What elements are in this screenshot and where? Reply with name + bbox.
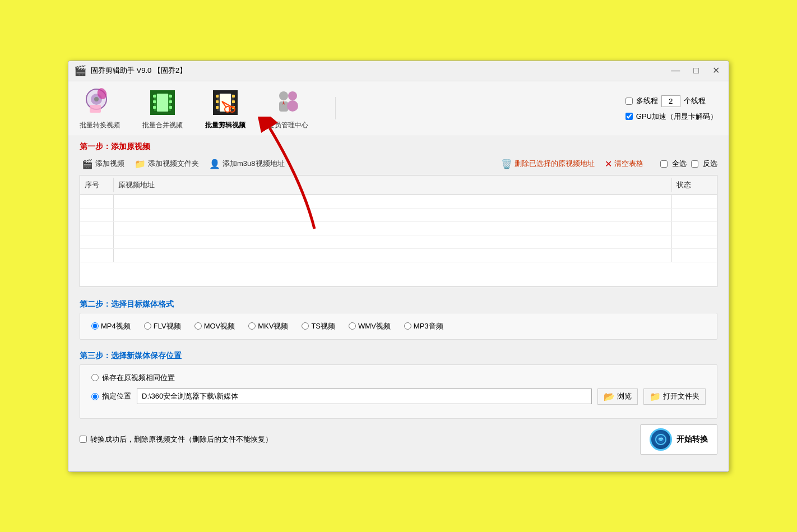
format-section: MP4视频 FLV视频 MOV视频 MKV视频: [80, 313, 717, 340]
add-m3u8-button[interactable]: 👤 添加m3u8视频地址: [207, 158, 287, 170]
delete-after-label: 转换成功后，删除原视频文件（删除后的文件不能恢复）: [90, 434, 272, 445]
format-mp4[interactable]: MP4视频: [91, 321, 131, 331]
format-mp4-radio[interactable]: [91, 322, 99, 330]
tool-batch-cut[interactable]: 批量剪辑视频: [205, 87, 245, 130]
col-path-header: 原视频地址: [114, 178, 672, 192]
deselect-checkbox[interactable]: [691, 160, 698, 168]
batch-merge-label: 批量合并视频: [142, 121, 183, 130]
toolbar: 批量转换视频: [68, 81, 729, 136]
table-body: [80, 195, 717, 262]
format-flv-radio[interactable]: [144, 322, 151, 330]
toolbar-options: 多线程 个线程 GPU加速（用显卡解码）: [625, 95, 717, 122]
add-folder-button[interactable]: 📁 添加视频文件夹: [132, 158, 201, 170]
format-mp3[interactable]: MP3音频: [404, 321, 443, 331]
format-mp3-radio[interactable]: [404, 322, 411, 330]
svg-rect-16: [157, 94, 168, 112]
step1-header: 第一步：添加原视频: [80, 136, 717, 155]
delete-selected-icon: 🗑️: [501, 159, 512, 169]
save-specified-row: 指定位置 📂 浏览 📁 打开文件夹: [91, 388, 706, 405]
svg-point-33: [279, 91, 288, 100]
tool-batch-merge[interactable]: 批量合并视频: [142, 87, 183, 130]
svg-rect-4: [90, 105, 101, 113]
title-bar-controls: — □ ✕: [668, 65, 723, 76]
svg-rect-9: [150, 111, 175, 115]
save-same-label[interactable]: 保存在原视频相同位置: [91, 373, 175, 383]
step2-header: 第二步：选择目标媒体格式: [80, 294, 717, 313]
save-same-text: 保存在原视频相同位置: [102, 373, 175, 383]
browse-button[interactable]: 📂 浏览: [597, 388, 638, 405]
minimize-button[interactable]: —: [668, 65, 683, 76]
multithread-label: 多线程: [636, 96, 658, 106]
close-button[interactable]: ✕: [709, 65, 723, 76]
maximize-button[interactable]: □: [690, 65, 702, 76]
select-all-label: 全选: [672, 159, 687, 169]
title-bar: 🎬 固乔剪辑助手 V9.0 【固乔2】 — □ ✕: [68, 61, 729, 81]
add-video-button[interactable]: 🎬 添加视频: [80, 158, 127, 170]
save-specified-label[interactable]: 指定位置: [91, 391, 131, 401]
format-mkv-label: MKV视频: [258, 321, 288, 331]
multithread-checkbox[interactable]: [625, 98, 633, 105]
table-row: [80, 235, 717, 249]
col-status-header: 状态: [672, 178, 717, 192]
format-ts-radio[interactable]: [302, 322, 309, 330]
table-row: [80, 195, 717, 209]
open-folder-label: 打开文件夹: [663, 391, 699, 401]
add-video-label: 添加视频: [95, 159, 124, 169]
svg-rect-22: [216, 95, 219, 98]
save-same-radio[interactable]: [91, 374, 99, 381]
format-mkv[interactable]: MKV视频: [248, 321, 288, 331]
toolbar-divider: [335, 97, 336, 119]
delete-selected-button[interactable]: 🗑️ 删除已选择的原视频地址: [499, 158, 597, 170]
table-row: [80, 222, 717, 235]
format-mov-label: MOV视频: [204, 321, 235, 331]
format-radio-group: MP4视频 FLV视频 MOV视频 MKV视频: [91, 321, 706, 331]
format-wmv[interactable]: WMV视频: [349, 321, 391, 331]
row-seq: [80, 195, 114, 208]
batch-convert-icon: [84, 87, 115, 118]
member-center-label: 会员管理中心: [268, 121, 308, 130]
format-flv-label: FLV视频: [154, 321, 181, 331]
add-video-icon: 🎬: [82, 159, 93, 169]
row-status: [672, 195, 717, 208]
app-icon: 🎬: [74, 64, 86, 77]
svg-rect-12: [153, 106, 156, 109]
app-title: 固乔剪辑助手 V9.0 【固乔2】: [91, 66, 187, 76]
format-wmv-radio[interactable]: [349, 322, 356, 330]
format-flv[interactable]: FLV视频: [144, 321, 181, 331]
svg-point-2: [94, 97, 99, 101]
delete-selected-label: 删除已选择的原视频地址: [515, 159, 595, 169]
svg-point-36: [287, 100, 298, 112]
format-mkv-radio[interactable]: [248, 322, 256, 330]
main-content: 第一步：添加原视频 🎬 添加视频 📁 添加视频文件夹 👤 添加m3u8视频地址: [68, 136, 729, 471]
svg-rect-13: [169, 95, 172, 98]
svg-rect-11: [153, 100, 156, 103]
tool-member-center[interactable]: 会员管理中心: [268, 87, 308, 130]
table-header: 序号 原视频地址 状态: [80, 175, 717, 195]
svg-rect-25: [232, 95, 235, 98]
video-table-container: 序号 原视频地址 状态: [80, 175, 717, 287]
add-m3u8-icon: 👤: [209, 159, 220, 169]
gpu-checkbox[interactable]: [625, 113, 633, 120]
tool-batch-convert[interactable]: 批量转换视频: [80, 87, 120, 130]
format-mov[interactable]: MOV视频: [194, 321, 235, 331]
open-folder-button[interactable]: 📁 打开文件夹: [643, 388, 706, 405]
batch-cut-icon: [210, 87, 241, 118]
thread-count-input[interactable]: [661, 95, 680, 107]
start-convert-button[interactable]: 开始转换: [640, 424, 717, 455]
select-all-checkbox[interactable]: [660, 160, 668, 168]
batch-cut-label: 批量剪辑视频: [205, 121, 245, 130]
clear-table-button[interactable]: ✕ 清空表格: [603, 158, 646, 170]
format-wmv-label: WMV视频: [358, 321, 391, 331]
format-ts-label: TS视频: [311, 321, 335, 331]
multithread-row: 多线程 个线程: [625, 95, 717, 107]
save-path-input[interactable]: [137, 388, 592, 404]
batch-merge-icon: [147, 87, 178, 118]
format-mov-radio[interactable]: [194, 322, 202, 330]
delete-after-checkbox[interactable]: [80, 436, 87, 443]
format-mp3-label: MP3音频: [414, 321, 443, 331]
save-specified-radio[interactable]: [91, 393, 99, 400]
svg-rect-10: [153, 95, 156, 98]
add-folder-icon: 📁: [135, 159, 146, 169]
format-ts[interactable]: TS视频: [302, 321, 335, 331]
table-row: [80, 209, 717, 222]
